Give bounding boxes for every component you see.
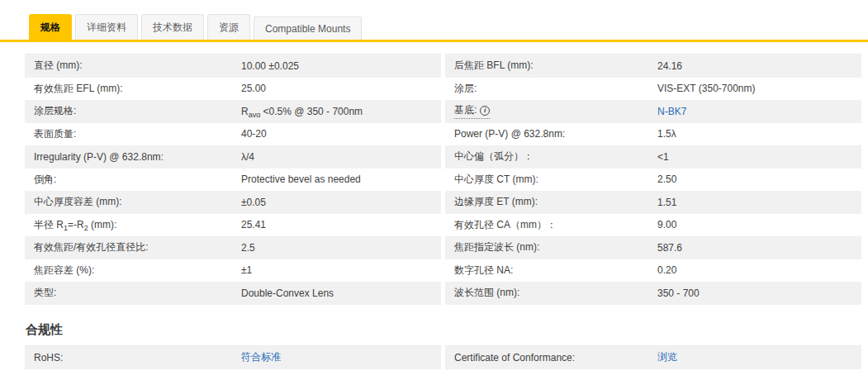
spec-value: 0.20 — [657, 264, 861, 276]
specs-panel: 直径 (mm): 10.00 ±0.025 有效焦距 EFL (mm): 25.… — [25, 54, 861, 369]
tab-specs[interactable]: 规格 — [29, 14, 72, 40]
spec-value: 9.00 — [657, 219, 861, 230]
spec-value: 2.5 — [241, 242, 441, 254]
spec-label: 焦距指定波长 (nm): — [445, 240, 657, 254]
spec-row-surface-quality: 表面质量: 40-20 — [25, 123, 441, 146]
spec-row-substrate: 基底: N-BK7 — [445, 100, 861, 123]
spec-label: 类型: — [25, 286, 241, 300]
rohs-compliant-link[interactable]: 符合标准 — [241, 351, 281, 363]
spec-label: 中心厚度 CT (mm): — [445, 173, 657, 187]
spec-row-type: 类型: Double-Convex Lens — [25, 282, 441, 305]
spec-label: 涂层规格: — [25, 104, 241, 118]
spec-label: 有效焦距 EFL (mm): — [25, 82, 241, 96]
tab-technical-data[interactable]: 技术数据 — [141, 14, 204, 40]
spec-label: 焦距容差 (%): — [25, 264, 241, 278]
spec-value: 25.41 — [241, 219, 441, 230]
spec-table-right: 后焦距 BFL (mm): 24.16 涂层: VIS-EXT (350-700… — [445, 54, 861, 305]
spec-label: 波长范围 (nm): — [445, 286, 657, 300]
spec-row-ct: 中心厚度 CT (mm): 2.50 — [445, 169, 861, 192]
spec-row-bevel: 倒角: Protective bevel as needed — [25, 169, 441, 192]
spec-label: 边缘厚度 ET (mm): — [445, 195, 657, 209]
spec-row-fl-tolerance: 焦距容差 (%): ±1 — [25, 259, 441, 283]
spec-row-f-number: 有效焦距/有效孔径直径比: 2.5 — [25, 236, 441, 259]
spec-row-bfl: 后焦距 BFL (mm): 24.16 — [445, 55, 861, 78]
substrate-link[interactable]: N-BK7 — [657, 106, 686, 117]
spec-row-coating: 涂层: VIS-EXT (350-700nm) — [445, 78, 861, 101]
compliance-label: Certificate of Conformance: — [445, 352, 657, 363]
spec-row-wavelength-range: 波长范围 (nm): 350 - 700 — [445, 282, 861, 305]
spec-label: 涂层: — [445, 82, 657, 96]
spec-value: 10.00 ±0.025 — [241, 60, 441, 72]
accent-divider — [0, 40, 868, 42]
spec-value: 350 - 700 — [657, 287, 861, 299]
spec-row-na: 数字孔径 NA: 0.20 — [445, 259, 861, 283]
spec-value: λ/4 — [241, 151, 441, 163]
spec-value: 40-20 — [241, 128, 441, 140]
spec-row-ct-tolerance: 中心厚度容差 (mm): ±0.05 — [25, 191, 441, 214]
spec-label: 半径 R1=-R2 (mm): — [25, 218, 241, 232]
spec-row-et: 边缘厚度 ET (mm): 1.51 — [445, 191, 861, 214]
spec-value: 587.6 — [657, 242, 861, 254]
substrate-tooltip-trigger[interactable]: 基底: — [454, 103, 490, 119]
spec-label: 数字孔径 NA: — [445, 264, 657, 278]
spec-value: VIS-EXT (350-700nm) — [657, 83, 861, 94]
spec-row-diameter: 直径 (mm): 10.00 ±0.025 — [25, 55, 441, 78]
spec-value: 24.16 — [657, 60, 861, 72]
spec-row-irregularity: Irregularity (P-V) @ 632.8nm: λ/4 — [25, 145, 441, 169]
compliance-label: RoHS: — [25, 352, 241, 363]
tab-resources[interactable]: 资源 — [207, 14, 250, 40]
spec-value: Double-Convex Lens — [241, 287, 441, 299]
spec-value: ±1 — [241, 264, 441, 276]
spec-label: 中心偏（弧分）： — [445, 150, 657, 164]
spec-label: 有效焦距/有效孔径直径比: — [25, 240, 241, 254]
spec-tables: 直径 (mm): 10.00 ±0.025 有效焦距 EFL (mm): 25.… — [25, 54, 861, 305]
spec-label: 倒角: — [25, 173, 241, 187]
spec-value: Ravg <0.5% @ 350 - 700nm — [241, 106, 441, 117]
spec-label: 基底: — [445, 103, 657, 119]
spec-value: 1.51 — [657, 197, 861, 208]
spec-row-radius: 半径 R1=-R2 (mm): 25.41 — [25, 214, 441, 237]
spec-label: 有效孔径 CA（mm）： — [445, 218, 657, 232]
spec-table-left: 直径 (mm): 10.00 ±0.025 有效焦距 EFL (mm): 25.… — [25, 54, 441, 305]
tab-compatible-mounts[interactable]: Compatible Mounts — [254, 17, 362, 40]
compliance-heading: 合规性 — [26, 322, 861, 338]
compliance-row-coc: Certificate of Conformance: 浏览 — [445, 346, 861, 369]
compliance-tables: RoHS: 符合标准 Certificate of Conformance: 浏… — [25, 345, 861, 369]
tab-details[interactable]: 详细资料 — [75, 14, 138, 40]
spec-label: 后焦距 BFL (mm): — [445, 59, 657, 73]
spec-value: ±0.05 — [241, 197, 441, 208]
spec-label: Irregularity (P-V) @ 632.8nm: — [25, 151, 241, 163]
spec-label: Power (P-V) @ 632.8nm: — [445, 128, 657, 140]
info-icon[interactable] — [480, 106, 490, 116]
spec-row-coating-spec: 涂层规格: Ravg <0.5% @ 350 - 700nm — [25, 100, 441, 123]
compliance-table-right: Certificate of Conformance: 浏览 — [445, 345, 861, 369]
spec-row-power: Power (P-V) @ 632.8nm: 1.5λ — [445, 123, 861, 146]
spec-row-centration: 中心偏（弧分）： <1 — [445, 145, 861, 169]
spec-value: <1 — [657, 151, 861, 163]
certificate-view-link[interactable]: 浏览 — [657, 351, 677, 363]
spec-label: 中心厚度容差 (mm): — [25, 195, 241, 209]
spec-row-efl: 有效焦距 EFL (mm): 25.00 — [25, 78, 441, 101]
spec-row-ca: 有效孔径 CA（mm）： 9.00 — [445, 214, 861, 237]
compliance-table-left: RoHS: 符合标准 — [25, 345, 441, 369]
spec-value: 25.00 — [241, 83, 441, 94]
spec-label: 直径 (mm): — [25, 59, 241, 73]
spec-value: 1.5λ — [657, 128, 861, 140]
spec-label: 表面质量: — [25, 127, 241, 141]
compliance-row-rohs: RoHS: 符合标准 — [25, 346, 441, 369]
spec-value: 2.50 — [657, 173, 861, 185]
spec-label-text: 基底: — [454, 103, 477, 117]
spec-row-design-wavelength: 焦距指定波长 (nm): 587.6 — [445, 236, 861, 259]
tab-bar: 规格 详细资料 技术数据 资源 Compatible Mounts — [0, 0, 868, 40]
spec-value: Protective bevel as needed — [241, 173, 441, 185]
